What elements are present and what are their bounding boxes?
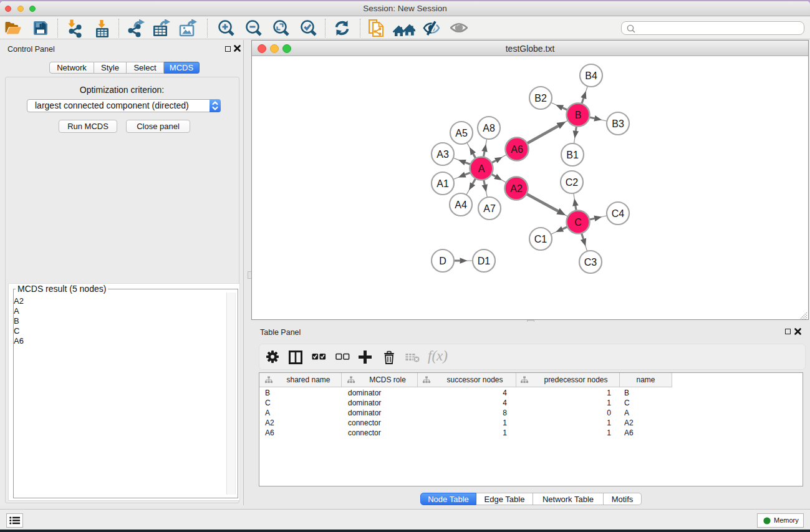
svg-text:A4: A4 [455, 200, 467, 210]
svg-text:B2: B2 [534, 93, 547, 104]
svg-text:B3: B3 [612, 118, 624, 129]
svg-text:A3: A3 [436, 149, 449, 160]
svg-text:A5: A5 [455, 128, 468, 138]
svg-text:A1: A1 [436, 178, 449, 189]
svg-text:D: D [439, 256, 446, 266]
svg-text:B: B [575, 110, 582, 120]
svg-text:A6: A6 [511, 144, 523, 155]
svg-text:A: A [478, 163, 485, 174]
svg-text:A8: A8 [483, 123, 495, 133]
svg-text:C4: C4 [612, 208, 625, 219]
svg-text:B1: B1 [566, 150, 579, 160]
svg-text:C: C [574, 217, 582, 228]
svg-text:A2: A2 [510, 183, 523, 194]
svg-text:B4: B4 [585, 70, 597, 81]
svg-text:C3: C3 [584, 257, 597, 268]
svg-text:C1: C1 [534, 234, 547, 244]
svg-text:C2: C2 [566, 177, 579, 188]
svg-text:A7: A7 [483, 203, 496, 214]
svg-text:D1: D1 [478, 256, 491, 266]
